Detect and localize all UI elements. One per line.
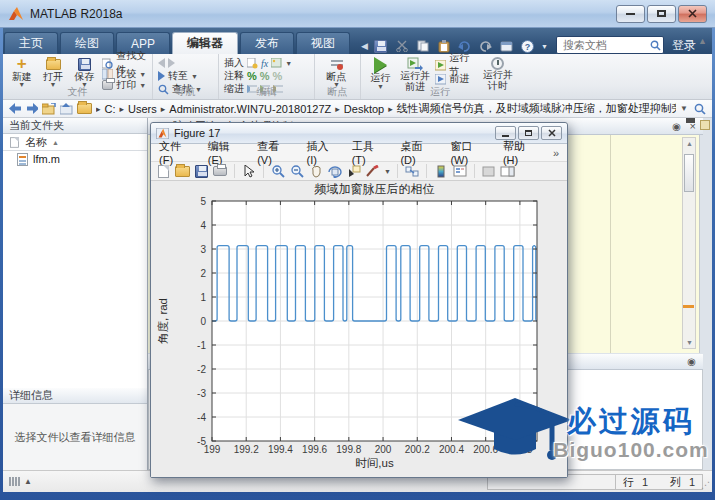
document-map-marker[interactable] — [700, 120, 710, 130]
menu-tools[interactable]: 工具(T) — [352, 139, 388, 166]
redo-icon[interactable] — [478, 38, 494, 54]
details-header[interactable]: 详细信息 — [3, 388, 147, 404]
insert-function-icon[interactable]: fx — [261, 58, 268, 69]
cut-icon[interactable] — [394, 38, 410, 54]
forward-icon[interactable] — [26, 103, 39, 114]
comment-icon[interactable]: % — [247, 70, 257, 82]
zoom-out-icon[interactable] — [289, 163, 305, 179]
tab-editor[interactable]: 编辑器 — [172, 32, 238, 54]
search-input[interactable] — [561, 38, 650, 52]
link-plot-icon[interactable] — [404, 163, 420, 179]
search-icon[interactable] — [650, 40, 661, 51]
new-figure-icon[interactable] — [155, 163, 171, 179]
search-folder-icon[interactable] — [694, 103, 706, 115]
goto-button[interactable]: 转至▼ — [158, 71, 202, 81]
breadcrumb-desktop[interactable]: Desktop — [344, 103, 384, 115]
main-title-bar[interactable]: MATLAB R2018a — [0, 0, 715, 28]
brush-caret-icon[interactable]: ▼ — [384, 168, 391, 175]
run-time-button[interactable]: 运行并计时 — [481, 56, 514, 87]
data-cursor-icon[interactable] — [346, 163, 362, 179]
insert-button[interactable]: 插入fx▼ — [224, 58, 292, 68]
tab-view[interactable]: 视图 — [296, 32, 350, 54]
toolbar-chevron-icon[interactable]: ◀ — [361, 41, 368, 51]
new-script-button[interactable]: +新建▼ — [8, 56, 35, 87]
zoom-in-icon[interactable] — [270, 163, 286, 179]
menu-view[interactable]: 查看(V) — [257, 139, 293, 166]
path-dropdown-icon[interactable]: ▼ — [680, 104, 688, 113]
run-advance-button[interactable]: 运行并前进 — [399, 56, 432, 87]
browse-folder-icon[interactable] — [42, 103, 56, 115]
close-button[interactable] — [678, 5, 707, 23]
tab-plots[interactable]: 绘图 — [60, 32, 114, 54]
figure-minimize-button[interactable] — [495, 126, 516, 140]
rotate-3d-icon[interactable] — [327, 163, 343, 179]
open-button[interactable]: 打开▼ — [39, 56, 66, 87]
save-icon[interactable] — [373, 38, 389, 54]
scrollbar-thumb[interactable] — [684, 154, 694, 192]
file-row-lfm[interactable]: lfm.m — [3, 151, 147, 167]
figure-icon — [156, 128, 169, 139]
maximize-button[interactable] — [647, 5, 676, 23]
figure-close-button[interactable] — [541, 126, 562, 140]
show-plot-tools-icon[interactable] — [500, 163, 516, 179]
wrap-comment-icon[interactable]: % — [273, 70, 283, 82]
open-file-icon[interactable] — [174, 163, 190, 179]
menu-file[interactable]: 文件(F) — [159, 139, 195, 166]
menu-insert[interactable]: 插入(I) — [307, 139, 339, 166]
file-type-icon — [10, 137, 19, 147]
resize-grip[interactable]: ⋰ — [701, 480, 710, 490]
comment-button[interactable]: 注释%%% — [224, 71, 292, 81]
menu-desktop[interactable]: 桌面(D) — [400, 139, 437, 166]
watermark-cn-text: 必过源码 — [556, 402, 706, 442]
back-icon[interactable] — [9, 103, 22, 114]
hide-plot-tools-icon[interactable] — [481, 163, 497, 179]
help-icon[interactable]: ? — [520, 38, 536, 54]
menu-edit[interactable]: 编辑(E) — [208, 139, 244, 166]
close-icon — [688, 9, 697, 18]
uncomment-icon[interactable]: % — [260, 70, 270, 82]
scroll-down-icon[interactable]: ▼ — [686, 339, 693, 346]
breadcrumb-drive[interactable]: C: — [105, 103, 116, 115]
breakpoints-button[interactable]: 断点▼ — [320, 56, 353, 87]
file-list: lfm.m — [3, 151, 147, 167]
advance-button[interactable]: 前进 — [435, 74, 477, 84]
lower-pane-menu-icon[interactable]: ◉ — [687, 356, 696, 367]
menu-window[interactable]: 窗口(W) — [450, 139, 489, 166]
goto-icon — [158, 71, 165, 81]
tab-publish[interactable]: 发布 — [240, 32, 294, 54]
ribbon-collapse-icon[interactable]: ▲ — [698, 36, 707, 46]
run-section-button[interactable]: 运行节 — [435, 60, 477, 70]
run-button[interactable]: 运行▼ — [366, 56, 395, 87]
tab-home[interactable]: 主页 — [4, 32, 58, 54]
sign-in-link[interactable]: 登录 — [672, 37, 696, 54]
breadcrumb-user[interactable]: Administrator.WIN7U-20180127Z — [169, 103, 331, 115]
back-icon[interactable] — [158, 58, 165, 68]
insert-colorbar-icon[interactable] — [433, 163, 449, 179]
switch-window-icon[interactable] — [499, 38, 515, 54]
save-button[interactable]: 保存▼ — [71, 56, 98, 87]
brush-data-icon[interactable] — [365, 163, 381, 179]
current-folder-header[interactable]: 当前文件夹 — [3, 118, 147, 134]
pane-menu-icon[interactable]: ◉ — [672, 121, 681, 132]
help-caret-icon[interactable]: ▼ — [541, 43, 548, 50]
up-folder-icon[interactable] — [60, 103, 74, 115]
breadcrumb-project-folder[interactable]: 线性调频信号仿真，及时域频域脉冲压缩，加窗处理抑制旁瓣 — [397, 101, 676, 116]
pan-icon[interactable] — [308, 163, 324, 179]
menu-help[interactable]: 帮助(H) — [503, 139, 540, 166]
save-figure-icon[interactable] — [193, 163, 209, 179]
edit-plot-icon[interactable] — [241, 163, 257, 179]
editor-scrollbar[interactable]: ▲ ▼ — [682, 137, 696, 349]
insert-legend-icon[interactable] — [452, 163, 468, 179]
breadcrumb-users[interactable]: Users — [128, 103, 157, 115]
doc-search-box[interactable] — [556, 36, 664, 54]
name-column-header[interactable]: 名称 ▲ — [3, 134, 147, 151]
print-figure-icon[interactable] — [212, 163, 228, 179]
copy-icon[interactable] — [415, 38, 431, 54]
minimize-button[interactable] — [616, 5, 645, 23]
forward-icon[interactable] — [168, 58, 175, 68]
watermark-en-text: Biguo100.com — [552, 438, 710, 462]
menu-overflow-icon[interactable]: » — [553, 147, 559, 159]
status-grip[interactable]: ▲ — [9, 477, 32, 486]
figure-maximize-button[interactable] — [518, 126, 539, 140]
scroll-up-icon[interactable]: ▲ — [686, 140, 693, 147]
